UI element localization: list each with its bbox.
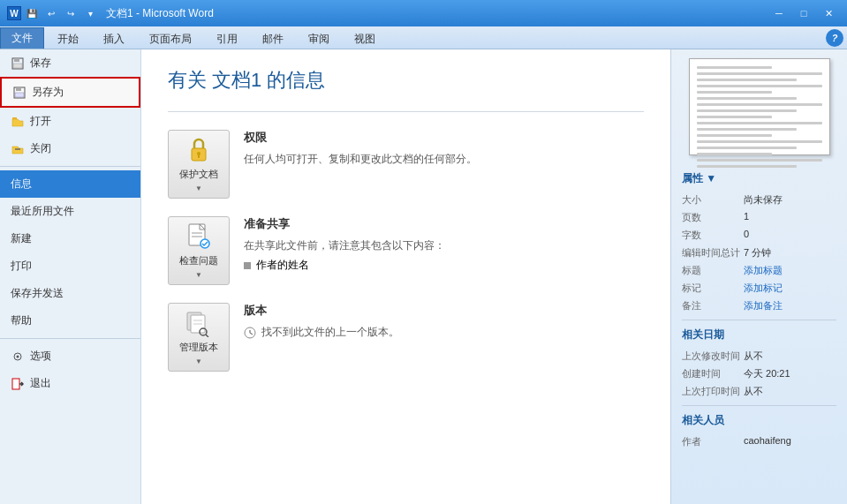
- doc-line: [697, 153, 772, 155]
- title-bar: W 💾 ↩ ↪ ▾ 文档1 - Microsoft Word ─ □ ✕: [0, 0, 847, 26]
- prop-printed-label: 上次打印时间: [682, 385, 744, 398]
- sidebar-item-save[interactable]: 保存: [0, 49, 140, 77]
- related-dates-title[interactable]: 相关日期: [682, 327, 836, 342]
- svg-line-26: [250, 333, 253, 335]
- author-name-text: 作者的姓名: [256, 258, 309, 273]
- check-issues-button[interactable]: 检查问题 ▼: [168, 216, 230, 285]
- manage-version-button[interactable]: 管理版本 ▼: [168, 303, 230, 372]
- sidebar: 保存 另存为 打开 关闭 信息 最近所用文件 新建: [0, 49, 141, 504]
- related-people-title[interactable]: 相关人员: [682, 413, 836, 428]
- prop-author-label: 作者: [682, 435, 744, 448]
- restore-button[interactable]: □: [792, 4, 815, 22]
- svg-point-8: [17, 355, 19, 357]
- check-issues-arrow: ▼: [195, 271, 202, 279]
- prop-tag: 标记 添加标记: [682, 282, 836, 295]
- manage-version-arrow: ▼: [195, 357, 202, 365]
- prop-size-label: 大小: [682, 193, 744, 207]
- prop-edit-time: 编辑时间总计 7 分钟: [682, 246, 836, 260]
- sidebar-item-close[interactable]: 关闭: [0, 135, 140, 162]
- help-button[interactable]: ?: [826, 29, 843, 47]
- version-heading: 版本: [244, 303, 644, 319]
- doc-line: [697, 116, 772, 118]
- save-label: 保存: [30, 56, 51, 71]
- protect-doc-button[interactable]: 保护文档 ▼: [168, 130, 230, 199]
- svg-rect-1: [14, 58, 19, 62]
- word-icon: W: [7, 6, 21, 20]
- prop-created-value: 今天 20:21: [744, 367, 836, 380]
- version-content: 版本 找不到此文件的上一个版本。: [244, 303, 644, 341]
- tab-page-layout[interactable]: 页面布局: [138, 29, 203, 49]
- main-container: 保存 另存为 打开 关闭 信息 最近所用文件 新建: [0, 49, 847, 504]
- qa-save[interactable]: 💾: [23, 4, 41, 22]
- doc-line: [697, 147, 798, 149]
- svg-rect-9: [12, 379, 19, 389]
- tab-file[interactable]: 文件: [0, 27, 44, 49]
- tab-view[interactable]: 视图: [343, 29, 387, 49]
- doc-line: [697, 66, 772, 69]
- page-title: 有关 文档1 的信息: [168, 67, 644, 94]
- recent-label: 最近所用文件: [11, 204, 74, 219]
- qa-undo[interactable]: ↩: [42, 4, 60, 22]
- prop-printed: 上次打印时间 从不: [682, 385, 836, 398]
- tab-home[interactable]: 开始: [46, 29, 90, 49]
- check-issues-label: 检查问题: [179, 254, 218, 267]
- close-button[interactable]: ✕: [817, 4, 840, 22]
- print-label: 打印: [11, 259, 32, 274]
- info-label: 信息: [11, 177, 32, 192]
- prop-tag-label: 标记: [682, 282, 744, 295]
- prop-title-value[interactable]: 添加标题: [744, 264, 836, 277]
- sidebar-item-new[interactable]: 新建: [0, 225, 140, 252]
- people-divider: [682, 405, 836, 406]
- doc-line: [697, 109, 798, 112]
- prop-edit-time-label: 编辑时间总计: [682, 246, 744, 260]
- window-title: 文档1 - Microsoft Word: [106, 6, 214, 21]
- permission-heading: 权限: [244, 130, 644, 146]
- prop-comment-label: 备注: [682, 299, 744, 312]
- tab-insert[interactable]: 插入: [92, 29, 136, 49]
- protect-doc-arrow: ▼: [195, 184, 202, 192]
- minimize-button[interactable]: ─: [768, 4, 790, 22]
- sidebar-item-options[interactable]: 选项: [0, 342, 140, 370]
- sidebar-item-saveas[interactable]: 另存为: [0, 77, 140, 108]
- doc-line: [697, 85, 822, 87]
- prop-author: 作者 caohaifeng: [682, 435, 836, 448]
- sidebar-item-exit[interactable]: 退出: [0, 370, 140, 397]
- sidebar-item-print[interactable]: 打印: [0, 252, 140, 280]
- sidebar-item-help[interactable]: 帮助: [0, 307, 140, 335]
- close-label: 关闭: [30, 141, 51, 156]
- permission-section: 保护文档 ▼ 权限 任何人均可打开、复制和更改此文档的任何部分。: [168, 130, 644, 199]
- lock-icon: [185, 136, 213, 164]
- sidebar-item-save-send[interactable]: 保存并发送: [0, 280, 140, 307]
- doc-line: [697, 134, 772, 137]
- tab-review[interactable]: 审阅: [297, 29, 341, 49]
- save-send-label: 保存并发送: [11, 286, 64, 301]
- qa-redo[interactable]: ↪: [62, 4, 79, 22]
- prop-pages: 页数 1: [682, 211, 836, 224]
- version-section: 管理版本 ▼ 版本 找不到此文件的上一个版本。: [168, 303, 644, 372]
- prop-size-value: 尚未保存: [744, 193, 836, 207]
- sidebar-item-recent[interactable]: 最近所用文件: [0, 198, 140, 225]
- open-icon: [11, 115, 25, 129]
- saveas-label: 另存为: [32, 85, 64, 100]
- qa-more[interactable]: ▾: [81, 4, 99, 22]
- manage-version-label: 管理版本: [179, 341, 218, 354]
- title-bar-left: W 💾 ↩ ↪ ▾ 文档1 - Microsoft Word: [7, 4, 214, 22]
- svg-rect-4: [16, 87, 21, 91]
- doc-line: [697, 103, 822, 106]
- prop-author-value: caohaifeng: [744, 435, 836, 448]
- prop-tag-value[interactable]: 添加标记: [744, 282, 836, 295]
- tab-references[interactable]: 引用: [205, 29, 249, 49]
- version-clock-icon: [244, 327, 256, 339]
- ribbon-tabs: 文件 开始 插入 页面布局 引用 邮件 审阅 视图 ?: [0, 26, 847, 49]
- svg-line-23: [206, 335, 208, 337]
- bullet-icon: [244, 262, 251, 269]
- save-icon: [11, 56, 25, 71]
- tab-mail[interactable]: 邮件: [251, 29, 295, 49]
- doc-line: [697, 122, 822, 124]
- sidebar-item-info[interactable]: 信息: [0, 170, 140, 198]
- sidebar-item-open[interactable]: 打开: [0, 108, 140, 135]
- new-label: 新建: [11, 231, 32, 246]
- prop-printed-value: 从不: [744, 385, 836, 398]
- protect-doc-label: 保护文档: [179, 168, 218, 181]
- prop-comment-value[interactable]: 添加备注: [744, 299, 836, 312]
